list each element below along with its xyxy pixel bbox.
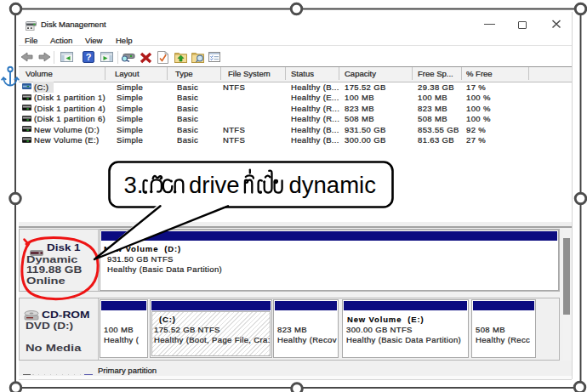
svg-text:3.: 3. [124, 172, 144, 198]
svg-text:drive: drive [189, 172, 240, 198]
svg-text:dynamic: dynamic [289, 172, 377, 198]
svg-text:?: ? [86, 52, 92, 62]
